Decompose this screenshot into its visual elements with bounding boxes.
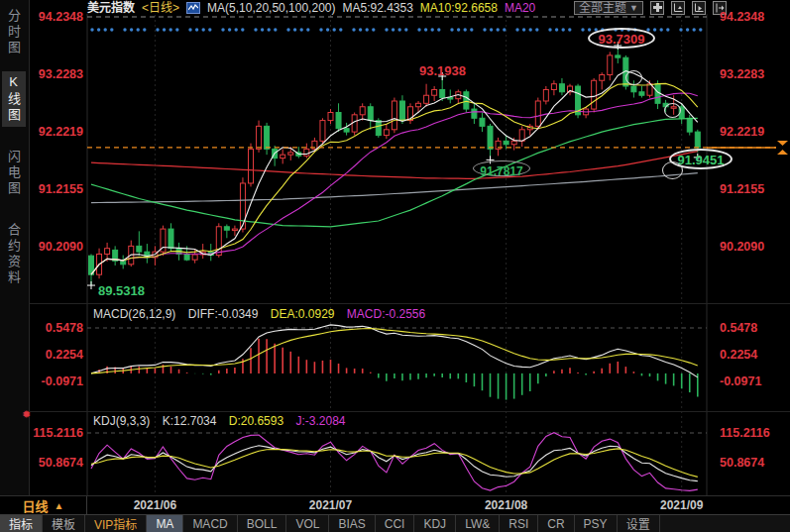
price-axis-label-right: 94.2348 (720, 10, 783, 24)
macd-axis-label-right: 0.5478 (720, 321, 783, 335)
ma5-value: MA5:92.4353 (342, 1, 412, 15)
ma20-value: MA20 (505, 1, 535, 15)
chevron-down-icon: ▼ (629, 2, 638, 14)
price-axis-label-right: 92.2219 (720, 125, 783, 139)
kdj-d-value: D:20.6593 (229, 414, 283, 428)
axis-play-icon[interactable] (692, 1, 706, 15)
macd-axis-label-left: 0.2254 (30, 348, 83, 362)
highlight-circle-ma200 (662, 161, 683, 179)
macd-params: MACD(26,12,9) (93, 307, 175, 321)
macd-axis-label-left: -0.0971 (30, 374, 83, 388)
price-axis-label-left: 93.2283 (30, 67, 83, 81)
period-label: 日线 (23, 496, 49, 515)
toolbar-item-BIAS[interactable]: BIAS (329, 515, 375, 532)
annotation-august-high: 93.7309 (599, 32, 645, 47)
toolbar-item-CR[interactable]: CR (538, 515, 574, 532)
toolbar-item-VIP指标[interactable]: VIP指标 (85, 515, 147, 532)
date-axis-label: 2021/08 (477, 498, 536, 512)
toolbar-item-BOLL[interactable]: BOLL (238, 515, 287, 532)
price-axis-label-right: 91.2155 (720, 182, 783, 196)
kdj-axis-label-left: 115.2116 (30, 426, 83, 440)
period-selector[interactable]: 日线 ▲ (0, 496, 87, 515)
indicator-toolbar: 指标模板VIP指标MAMACDBOLLVOLBIASCCIKDJLW&RSICR… (0, 514, 790, 532)
date-axis-label: 2021/07 (301, 498, 361, 512)
annotation-august-high-ellipse: 93.7309 (588, 28, 655, 49)
kdj-params: KDJ(9,3,3) (93, 414, 150, 428)
sidebar-tab-3[interactable]: 闪电图 (2, 147, 26, 200)
date-axis-row: 日线 ▲ 2021/062021/072021/082021/09 (0, 495, 790, 514)
date-axis-label: 2021/06 (125, 498, 184, 512)
highlight-circle-ma10 (625, 70, 642, 85)
kdj-k-value: K:12.7034 (163, 414, 217, 428)
theme-dropdown-button[interactable]: 全部主题 ▼ (574, 1, 643, 15)
theme-dropdown-label: 全部主题 (579, 2, 626, 14)
up-triangle-icon: ▲ (55, 500, 64, 511)
highlight-circle-ma50 (664, 103, 681, 118)
toolbar-item-PSY[interactable]: PSY (575, 515, 618, 532)
symbol-name: 美元指数 (87, 1, 135, 15)
symbol-period: <日线> (142, 1, 179, 15)
chart-canvas[interactable] (0, 0, 790, 532)
toolbar-item-RSI[interactable]: RSI (500, 515, 538, 532)
macd-axis-label-left: 0.5478 (30, 321, 83, 335)
kdj-axis-label-right: 115.2116 (720, 426, 783, 440)
macd-dea-value: DEA:0.0929 (271, 307, 335, 321)
annotation-july-high: 93.1938 (419, 63, 466, 78)
kdj-axis-label-left: 50.8674 (30, 456, 83, 470)
date-axis-label: 2021/09 (652, 498, 712, 512)
alert-dot-icon: ✹ (22, 408, 31, 421)
chart-header: 美元指数 <日线> MA(5,10,20,50,100,200) MA5:92.… (87, 0, 790, 15)
sidebar-tab-1[interactable]: 分时图 (2, 6, 26, 59)
toolbar-item-MACD[interactable]: MACD (183, 515, 237, 532)
macd-axis-label-right: -0.0971 (720, 374, 783, 388)
price-axis-label-left: 90.2090 (30, 240, 83, 254)
toolbar-item-LW&[interactable]: LW& (456, 515, 500, 532)
sidebar-tab-2[interactable]: K线图 (2, 71, 26, 127)
trading-chart-window: 美元指数 <日线> MA(5,10,20,50,100,200) MA5:92.… (0, 0, 790, 532)
toolbar-item-KDJ[interactable]: KDJ (414, 515, 456, 532)
sidebar-tab-4[interactable]: 合约资料 (2, 220, 26, 289)
ma10-value: MA10:92.6658 (420, 1, 498, 15)
toolbar-item-CCI[interactable]: CCI (376, 515, 415, 532)
macd-axis-label-right: 0.2254 (720, 348, 783, 362)
annotation-period-low: 89.5318 (98, 283, 145, 298)
toolbar-item-指标[interactable]: 指标 (0, 515, 43, 532)
macd-diff-value: DIFF:-0.0349 (188, 307, 259, 321)
ma-params-label: MA(5,10,20,50,100,200) (207, 1, 335, 15)
price-axis-label-left: 91.2155 (30, 182, 83, 196)
kdj-j-value: J:-3.2084 (296, 414, 346, 428)
axis-zoom-up-icon[interactable] (671, 1, 685, 15)
toolbar-item-设置[interactable]: 设置 (618, 515, 660, 532)
price-axis-label-right: 93.2283 (720, 67, 783, 81)
chart-type-sidebar: 分时图K线图闪电图合约资料 (0, 0, 30, 495)
kdj-axis-label-right: 50.8674 (720, 456, 783, 470)
toolbar-item-MA[interactable]: MA (147, 515, 183, 532)
price-axis-label-left: 94.2348 (30, 10, 83, 24)
annotation-last-price: 91.9451 (678, 153, 725, 167)
chart-icon (186, 2, 200, 14)
annotation-pullback-low: 91.7817 (480, 164, 522, 178)
annotation-pullback-low-ellipse: 91.7817 (473, 160, 530, 176)
toolbar-item-模板[interactable]: 模板 (43, 515, 85, 532)
price-axis-label-right: 90.2090 (720, 240, 783, 254)
kdj-panel-title: KDJ(9,3,3) K:12.7034 D:20.6593 J:-3.2084 (93, 414, 355, 428)
macd-panel-title: MACD(26,12,9) DIFF:-0.0349 DEA:0.0929 MA… (93, 307, 434, 321)
macd-macd-value: MACD:-0.2556 (347, 307, 425, 321)
price-axis-label-left: 92.2219 (30, 125, 83, 139)
pan-move-icon[interactable] (650, 1, 664, 15)
toolbar-item-VOL[interactable]: VOL (286, 515, 329, 532)
